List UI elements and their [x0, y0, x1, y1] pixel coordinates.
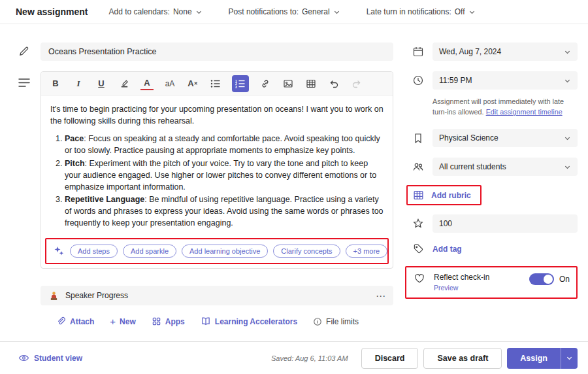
- points-row: 100: [412, 214, 578, 233]
- ai-pill-add-steps[interactable]: Add steps: [70, 245, 118, 258]
- add-rubric-button[interactable]: Add rubric: [431, 191, 471, 200]
- attachment-card[interactable]: Speaker Progress ⋯: [41, 286, 393, 305]
- instructions-icon: [18, 71, 41, 269]
- reflect-preview-link[interactable]: Preview: [434, 284, 458, 292]
- redo-button[interactable]: [350, 76, 363, 92]
- info-icon: [313, 317, 322, 326]
- topbar: New assignment Add to calendars: None Po…: [0, 0, 588, 24]
- paperclip-icon: [56, 316, 66, 326]
- new-button[interactable]: + New: [110, 316, 135, 327]
- apps-button[interactable]: Apps: [152, 316, 185, 326]
- chevron-down-icon: [564, 77, 571, 84]
- points-field[interactable]: 100: [433, 214, 578, 233]
- page-body: B I U A aA A✕ 123: [0, 24, 588, 341]
- undo-button[interactable]: [327, 76, 340, 92]
- edit-assignment-timeline-link[interactable]: Edit assignment timeline: [486, 108, 563, 116]
- file-limits-button[interactable]: File limits: [313, 317, 359, 326]
- clear-formatting-button[interactable]: A✕: [186, 76, 199, 92]
- font-color-button[interactable]: A: [140, 77, 154, 90]
- sparkle-icon: [53, 245, 65, 257]
- insert-image-button[interactable]: [282, 76, 295, 92]
- assignment-title-input[interactable]: [41, 42, 393, 61]
- bold-button[interactable]: B: [49, 76, 62, 92]
- instructions-intro: It's time to begin practicing for your u…: [50, 103, 384, 127]
- footer-bar: Student view Saved: Aug 6, 11:03 AM Disc…: [0, 341, 588, 374]
- annotation-box-add-rubric: Add rubric: [406, 185, 482, 205]
- add-to-calendars-label: Add to calendars:: [108, 7, 169, 16]
- underline-button[interactable]: U: [95, 76, 108, 92]
- skills-list: Pace: Focus on speaking at a steady and …: [50, 133, 384, 229]
- add-to-calendars-value: None: [173, 7, 192, 16]
- clock-icon: [412, 75, 425, 86]
- ellipsis-icon: ⋯: [376, 290, 385, 301]
- student-view-button[interactable]: Student view: [18, 353, 82, 363]
- students-select[interactable]: All current students: [433, 158, 578, 176]
- skill-item-repetitive-language: Repetitive Language: Be mindful of using…: [65, 194, 384, 229]
- link-button[interactable]: [259, 76, 272, 92]
- post-notifications-label: Post notifications to:: [229, 7, 299, 16]
- chevron-down-icon: [564, 135, 571, 142]
- pencil-icon: [18, 42, 41, 61]
- topbar-menus: Add to calendars: None Post notification…: [108, 7, 475, 16]
- editor-actions-row: Attach + New Apps Learning Accelerators …: [18, 316, 393, 327]
- assign-button[interactable]: Assign: [507, 348, 561, 369]
- attach-button[interactable]: Attach: [56, 316, 94, 326]
- title-row: [18, 42, 393, 61]
- late-notifications-value: Off: [455, 7, 465, 16]
- numbered-list-button[interactable]: 123: [232, 75, 249, 92]
- attachment-name: Speaker Progress: [65, 291, 128, 300]
- post-notifications-value: General: [302, 7, 330, 16]
- speaker-progress-icon: [48, 290, 59, 301]
- annotation-box-reflect-check-in: Reflect check-in Preview On: [405, 266, 578, 299]
- italic-button[interactable]: I: [72, 76, 85, 92]
- ai-suggestions-bar: Add steps Add sparkle Add learning objec…: [45, 238, 389, 264]
- ai-pill-add-sparkle[interactable]: Add sparkle: [123, 245, 176, 258]
- attachment-menu-button[interactable]: ⋯: [376, 291, 385, 301]
- editor-toolbar: B I U A aA A✕ 123: [41, 72, 393, 95]
- instructions-content[interactable]: It's time to begin practicing for your u…: [41, 95, 393, 234]
- notebook-icon: [412, 133, 425, 144]
- add-tag-button[interactable]: Add tag: [433, 245, 462, 254]
- due-time-select[interactable]: 11:59 PM: [433, 71, 578, 90]
- students-row: All current students: [412, 158, 578, 176]
- highlight-button[interactable]: [118, 76, 131, 92]
- chevron-down-icon: [564, 48, 571, 56]
- page-title: New assignment: [16, 7, 88, 17]
- apps-icon: [152, 316, 161, 326]
- reflect-toggle[interactable]: [529, 273, 554, 285]
- ai-pill-clarify-concepts[interactable]: Clarify concepts: [273, 245, 340, 258]
- attachment-row: Speaker Progress ⋯: [18, 286, 393, 305]
- insert-table-button[interactable]: [304, 76, 318, 92]
- due-time-row: 11:59 PM: [412, 71, 578, 90]
- reflect-toggle-state: On: [559, 275, 570, 284]
- due-date-row: Wed, Aug 7, 2024: [412, 42, 578, 61]
- skill-item-pace: Pace: Focus on speaking at a steady and …: [65, 133, 384, 156]
- new-assignment-page: New assignment Add to calendars: None Po…: [0, 0, 588, 374]
- discard-button[interactable]: Discard: [361, 348, 419, 369]
- chevron-down-icon: [564, 163, 571, 171]
- due-date-select[interactable]: Wed, Aug 7, 2024: [433, 42, 578, 61]
- ai-pill-add-learning-objective[interactable]: Add learning objective: [182, 245, 268, 258]
- saved-status: Saved: Aug 6, 11:03 AM: [271, 354, 348, 362]
- star-icon: [412, 218, 425, 230]
- post-notifications-menu[interactable]: Post notifications to: General: [229, 7, 340, 16]
- save-draft-button[interactable]: Save as draft: [423, 348, 502, 369]
- reflect-check-in-label: Reflect check-in: [434, 273, 521, 282]
- ai-pill-more[interactable]: +3 more: [346, 245, 388, 258]
- assign-dropdown-button[interactable]: [561, 348, 578, 369]
- class-row: Physical Science: [412, 129, 578, 147]
- late-turn-in-notifications-menu[interactable]: Late turn in notifications: Off: [367, 7, 476, 16]
- assignment-editor-column: B I U A aA A✕ 123: [18, 42, 393, 341]
- chevron-down-icon: [333, 8, 340, 16]
- heart-icon: [413, 273, 426, 284]
- plus-icon: +: [110, 316, 116, 327]
- skill-item-pitch: Pitch: Experiment with the pitch of your…: [65, 158, 384, 193]
- learning-accelerators-button[interactable]: Learning Accelerators: [201, 316, 297, 326]
- font-size-button[interactable]: aA: [163, 76, 176, 92]
- chevron-down-icon: [468, 8, 476, 16]
- add-to-calendars-menu[interactable]: Add to calendars: None: [108, 7, 202, 16]
- rubric-grid-icon: [412, 190, 425, 201]
- class-select[interactable]: Physical Science: [433, 129, 578, 147]
- late-notifications-label: Late turn in notifications:: [367, 7, 451, 16]
- bullet-list-button[interactable]: [209, 76, 222, 92]
